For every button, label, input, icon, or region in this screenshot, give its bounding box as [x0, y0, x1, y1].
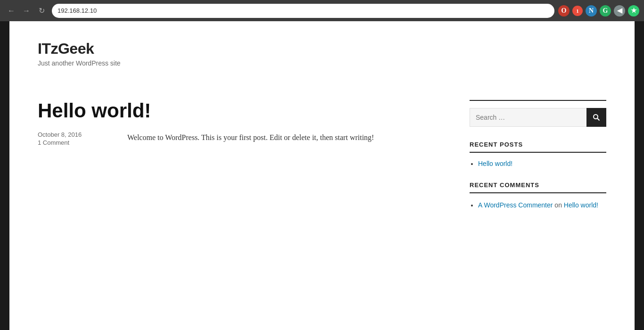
search-button[interactable] — [586, 108, 606, 127]
browser-icon-5: ◀ — [614, 5, 625, 16]
post-layout: October 8, 2016 1 Comment Welcome to Wor… — [38, 131, 441, 156]
post-content-column: Welcome to WordPress. This is your first… — [127, 131, 441, 156]
back-button[interactable]: ← — [5, 4, 18, 17]
svg-point-0 — [594, 115, 598, 119]
post-article: Hello world! October 8, 2016 1 Comment W… — [38, 100, 441, 156]
recent-comments-widget: RECENT COMMENTS A WordPress Commenter on… — [470, 182, 606, 210]
content-area: Hello world! October 8, 2016 1 Comment W… — [38, 100, 606, 224]
browser-icon-2: 1 — [572, 6, 583, 16]
search-icon — [593, 114, 600, 121]
browser-icon-6: ★ — [628, 5, 639, 16]
post-meta-column: October 8, 2016 1 Comment — [38, 131, 113, 156]
main-content: Hello world! October 8, 2016 1 Comment W… — [38, 100, 441, 224]
recent-post-link[interactable]: Hello world! — [478, 160, 512, 167]
post-comments: 1 Comment — [38, 139, 113, 146]
site-header: ITzGeek Just another WordPress site — [38, 40, 606, 81]
site-tagline: Just another WordPress site — [38, 59, 606, 67]
post-meta: October 8, 2016 1 Comment — [38, 131, 113, 146]
search-form — [470, 108, 606, 127]
list-item: Hello world! — [478, 160, 606, 167]
post-body: Welcome to WordPress. This is your first… — [127, 131, 441, 144]
recent-comments-list: A WordPress Commenter on Hello world! — [470, 200, 606, 210]
recent-comments-title: RECENT COMMENTS — [470, 182, 606, 193]
nav-buttons: ← → ↻ — [5, 4, 48, 17]
post-title: Hello world! — [38, 100, 441, 122]
comment-on-text: on — [554, 201, 563, 209]
address-bar[interactable] — [52, 4, 554, 18]
svg-line-1 — [597, 118, 600, 121]
site-title: ITzGeek — [38, 40, 606, 58]
search-widget — [470, 100, 606, 127]
forward-button[interactable]: → — [20, 4, 33, 17]
list-item: A WordPress Commenter on Hello world! — [478, 200, 606, 210]
post-date: October 8, 2016 — [38, 131, 113, 138]
recent-posts-list: Hello world! — [470, 160, 606, 167]
recent-posts-widget: RECENT POSTS Hello world! — [470, 141, 606, 167]
refresh-button[interactable]: ↻ — [35, 4, 48, 17]
browser-icon-3: N — [586, 5, 597, 16]
search-input[interactable] — [470, 108, 586, 127]
recent-posts-title: RECENT POSTS — [470, 141, 606, 153]
browser-actions: O 1 N G ◀ ★ — [558, 5, 639, 16]
browser-icon-4: G — [600, 5, 611, 16]
comment-author-link[interactable]: A WordPress Commenter — [478, 201, 553, 209]
sidebar: RECENT POSTS Hello world! RECENT COMMENT… — [470, 100, 606, 224]
browser-chrome: ← → ↻ O 1 N G ◀ ★ — [0, 0, 644, 21]
browser-icon-1: O — [558, 5, 570, 16]
comment-post-link[interactable]: Hello world! — [564, 201, 598, 209]
page-wrapper: ITzGeek Just another WordPress site Hell… — [9, 21, 635, 330]
